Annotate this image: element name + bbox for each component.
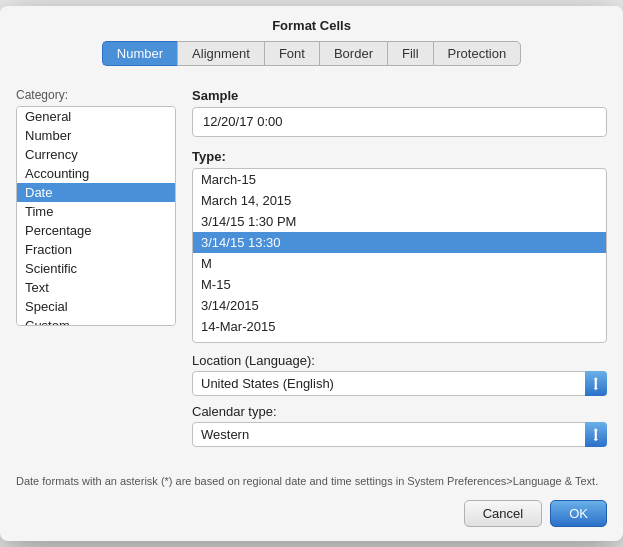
type-14mar2015[interactable]: 14-Mar-2015 — [193, 316, 606, 337]
right-panel: Sample 12/20/17 0:00 Type: March-15 Marc… — [192, 88, 607, 455]
location-select-wrapper: United States (English)United Kingdom (E… — [192, 371, 607, 396]
calendar-field: Calendar type: WesternHijriHebrew — [192, 404, 607, 447]
sample-label: Sample — [192, 88, 607, 103]
category-custom[interactable]: Custom — [17, 316, 175, 326]
category-panel: Category: General Number Currency Accoun… — [16, 88, 176, 455]
tab-font[interactable]: Font — [264, 41, 319, 66]
category-date[interactable]: Date — [17, 183, 175, 202]
sample-value: 12/20/17 0:00 — [192, 107, 607, 137]
type-march15[interactable]: March-15 — [193, 169, 606, 190]
tab-protection[interactable]: Protection — [433, 41, 522, 66]
category-fraction[interactable]: Fraction — [17, 240, 175, 259]
category-scientific[interactable]: Scientific — [17, 259, 175, 278]
tab-alignment[interactable]: Alignment — [177, 41, 264, 66]
category-general[interactable]: General — [17, 107, 175, 126]
location-label: Location (Language): — [192, 353, 607, 368]
type-31415-1330[interactable]: 3/14/15 13:30 — [193, 232, 606, 253]
tab-border[interactable]: Border — [319, 41, 387, 66]
type-list: March-15 March 14, 2015 3/14/15 1:30 PM … — [192, 168, 607, 343]
ok-button[interactable]: OK — [550, 500, 607, 527]
footer-note: Date formats with an asterisk (*) are ba… — [0, 465, 623, 490]
type-label: Type: — [192, 149, 607, 164]
cancel-button[interactable]: Cancel — [464, 500, 542, 527]
calendar-select-wrapper: WesternHijriHebrew — [192, 422, 607, 447]
sample-section: Sample 12/20/17 0:00 — [192, 88, 607, 137]
category-list: General Number Currency Accounting Date … — [16, 106, 176, 326]
type-march14[interactable]: March 14, 2015 — [193, 190, 606, 211]
type-m15[interactable]: M-15 — [193, 274, 606, 295]
button-row: Cancel OK — [0, 490, 623, 541]
location-field: Location (Language): United States (Engl… — [192, 353, 607, 396]
category-special[interactable]: Special — [17, 297, 175, 316]
category-label: Category: — [16, 88, 176, 102]
main-content: Category: General Number Currency Accoun… — [0, 76, 623, 465]
category-currency[interactable]: Currency — [17, 145, 175, 164]
category-accounting[interactable]: Accounting — [17, 164, 175, 183]
tab-bar: Number Alignment Font Border Fill Protec… — [0, 41, 623, 76]
calendar-select[interactable]: WesternHijriHebrew — [192, 422, 607, 447]
category-percentage[interactable]: Percentage — [17, 221, 175, 240]
type-3142015[interactable]: 3/14/2015 — [193, 295, 606, 316]
type-3141530[interactable]: 3/14/15 1:30 PM — [193, 211, 606, 232]
category-text[interactable]: Text — [17, 278, 175, 297]
category-number[interactable]: Number — [17, 126, 175, 145]
tab-fill[interactable]: Fill — [387, 41, 433, 66]
type-m[interactable]: M — [193, 253, 606, 274]
calendar-label: Calendar type: — [192, 404, 607, 419]
format-cells-dialog: Format Cells Number Alignment Font Borde… — [0, 6, 623, 541]
category-time[interactable]: Time — [17, 202, 175, 221]
dialog-title: Format Cells — [0, 6, 623, 41]
tab-number[interactable]: Number — [102, 41, 177, 66]
location-select[interactable]: United States (English)United Kingdom (E… — [192, 371, 607, 396]
